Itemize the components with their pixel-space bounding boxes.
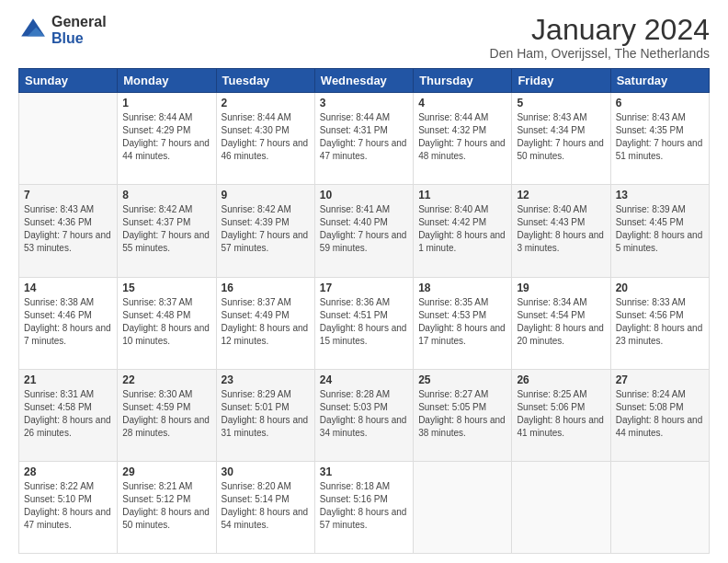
day-number: 27 [616, 373, 704, 386]
calendar-cell: 17Sunrise: 8:36 AMSunset: 4:51 PMDayligh… [314, 277, 413, 369]
logo: General Blue [18, 14, 107, 47]
calendar-week-3: 14Sunrise: 8:38 AMSunset: 4:46 PMDayligh… [19, 277, 710, 369]
calendar-week-5: 28Sunrise: 8:22 AMSunset: 5:10 PMDayligh… [19, 461, 710, 553]
day-number: 6 [616, 97, 704, 109]
calendar-cell [512, 461, 610, 553]
day-info: Sunrise: 8:30 AMSunset: 4:59 PMDaylight:… [122, 388, 210, 440]
day-number: 16 [222, 282, 310, 294]
calendar-cell: 25Sunrise: 8:27 AMSunset: 5:05 PMDayligh… [414, 369, 512, 461]
day-info: Sunrise: 8:39 AMSunset: 4:45 PMDaylight:… [616, 203, 704, 255]
day-number: 30 [222, 465, 310, 478]
calendar-cell: 11Sunrise: 8:40 AMSunset: 4:42 PMDayligh… [414, 185, 512, 277]
calendar-header-monday: Monday [118, 69, 216, 93]
calendar-table: SundayMondayTuesdayWednesdayThursdayFrid… [18, 68, 710, 554]
calendar-cell [610, 461, 709, 553]
day-info: Sunrise: 8:41 AMSunset: 4:40 PMDaylight:… [320, 203, 408, 255]
day-info: Sunrise: 8:44 AMSunset: 4:32 PMDaylight:… [418, 111, 506, 163]
calendar-cell: 13Sunrise: 8:39 AMSunset: 4:45 PMDayligh… [610, 185, 709, 277]
day-info: Sunrise: 8:40 AMSunset: 4:42 PMDaylight:… [418, 203, 506, 255]
day-number: 1 [122, 97, 210, 109]
calendar-cell: 2Sunrise: 8:44 AMSunset: 4:30 PMDaylight… [216, 93, 314, 185]
day-info: Sunrise: 8:42 AMSunset: 4:37 PMDaylight:… [122, 203, 210, 255]
calendar-header-thursday: Thursday [414, 69, 512, 93]
calendar-cell: 6Sunrise: 8:43 AMSunset: 4:35 PMDaylight… [610, 93, 709, 185]
day-number: 10 [320, 189, 408, 201]
day-info: Sunrise: 8:42 AMSunset: 4:39 PMDaylight:… [222, 203, 310, 255]
day-number: 4 [418, 97, 506, 109]
calendar-cell: 3Sunrise: 8:44 AMSunset: 4:31 PMDaylight… [314, 93, 413, 185]
day-info: Sunrise: 8:44 AMSunset: 4:30 PMDaylight:… [222, 111, 310, 163]
day-info: Sunrise: 8:37 AMSunset: 4:48 PMDaylight:… [122, 296, 210, 348]
calendar-week-1: 1Sunrise: 8:44 AMSunset: 4:29 PMDaylight… [19, 93, 710, 185]
calendar-header-wednesday: Wednesday [314, 69, 413, 93]
day-info: Sunrise: 8:40 AMSunset: 4:43 PMDaylight:… [517, 203, 605, 255]
day-number: 17 [320, 282, 408, 294]
day-number: 5 [517, 97, 605, 109]
day-number: 2 [222, 97, 310, 109]
day-info: Sunrise: 8:22 AMSunset: 5:10 PMDaylight:… [24, 480, 112, 532]
day-info: Sunrise: 8:36 AMSunset: 4:51 PMDaylight:… [320, 296, 408, 348]
day-number: 9 [222, 189, 310, 201]
calendar-cell [19, 93, 118, 185]
title-section: January 2024 Den Ham, Overijssel, The Ne… [490, 14, 710, 61]
day-info: Sunrise: 8:43 AMSunset: 4:34 PMDaylight:… [517, 111, 605, 163]
day-number: 19 [517, 282, 605, 294]
day-info: Sunrise: 8:43 AMSunset: 4:36 PMDaylight:… [24, 203, 112, 255]
day-number: 22 [122, 373, 210, 386]
calendar-cell: 4Sunrise: 8:44 AMSunset: 4:32 PMDaylight… [414, 93, 512, 185]
subtitle: Den Ham, Overijssel, The Netherlands [490, 46, 710, 61]
day-number: 29 [122, 465, 210, 478]
calendar-cell: 29Sunrise: 8:21 AMSunset: 5:12 PMDayligh… [118, 461, 216, 553]
calendar-cell: 26Sunrise: 8:25 AMSunset: 5:06 PMDayligh… [512, 369, 610, 461]
calendar-week-2: 7Sunrise: 8:43 AMSunset: 4:36 PMDaylight… [19, 185, 710, 277]
calendar-cell: 18Sunrise: 8:35 AMSunset: 4:53 PMDayligh… [414, 277, 512, 369]
calendar-header-row: SundayMondayTuesdayWednesdayThursdayFrid… [19, 69, 710, 93]
page: General Blue January 2024 Den Ham, Overi… [0, 0, 728, 563]
calendar-cell: 8Sunrise: 8:42 AMSunset: 4:37 PMDaylight… [118, 185, 216, 277]
calendar-cell: 16Sunrise: 8:37 AMSunset: 4:49 PMDayligh… [216, 277, 314, 369]
day-number: 20 [616, 282, 704, 294]
calendar-cell: 1Sunrise: 8:44 AMSunset: 4:29 PMDaylight… [118, 93, 216, 185]
day-number: 11 [418, 189, 506, 201]
day-info: Sunrise: 8:29 AMSunset: 5:01 PMDaylight:… [222, 388, 310, 440]
day-info: Sunrise: 8:31 AMSunset: 4:58 PMDaylight:… [24, 388, 112, 440]
calendar-cell: 23Sunrise: 8:29 AMSunset: 5:01 PMDayligh… [216, 369, 314, 461]
logo-icon [18, 16, 48, 45]
day-number: 23 [222, 373, 310, 386]
calendar-cell: 27Sunrise: 8:24 AMSunset: 5:08 PMDayligh… [610, 369, 709, 461]
day-info: Sunrise: 8:38 AMSunset: 4:46 PMDaylight:… [24, 296, 112, 348]
main-title: January 2024 [490, 14, 710, 46]
day-number: 21 [24, 373, 112, 386]
day-number: 15 [122, 282, 210, 294]
day-number: 8 [122, 189, 210, 201]
logo-line2: Blue [51, 30, 107, 47]
header: General Blue January 2024 Den Ham, Overi… [18, 14, 710, 61]
day-info: Sunrise: 8:43 AMSunset: 4:35 PMDaylight:… [616, 111, 704, 163]
calendar-cell: 24Sunrise: 8:28 AMSunset: 5:03 PMDayligh… [314, 369, 413, 461]
calendar-header-saturday: Saturday [610, 69, 709, 93]
calendar-cell: 30Sunrise: 8:20 AMSunset: 5:14 PMDayligh… [216, 461, 314, 553]
calendar-cell: 31Sunrise: 8:18 AMSunset: 5:16 PMDayligh… [314, 461, 413, 553]
day-info: Sunrise: 8:37 AMSunset: 4:49 PMDaylight:… [222, 296, 310, 348]
day-info: Sunrise: 8:34 AMSunset: 4:54 PMDaylight:… [517, 296, 605, 348]
calendar-cell: 14Sunrise: 8:38 AMSunset: 4:46 PMDayligh… [19, 277, 118, 369]
day-number: 12 [517, 189, 605, 201]
day-info: Sunrise: 8:21 AMSunset: 5:12 PMDaylight:… [122, 480, 210, 532]
calendar-cell: 19Sunrise: 8:34 AMSunset: 4:54 PMDayligh… [512, 277, 610, 369]
day-number: 7 [24, 189, 112, 201]
day-number: 18 [418, 282, 506, 294]
day-number: 25 [418, 373, 506, 386]
calendar-header-friday: Friday [512, 69, 610, 93]
day-info: Sunrise: 8:28 AMSunset: 5:03 PMDaylight:… [320, 388, 408, 440]
calendar-cell: 5Sunrise: 8:43 AMSunset: 4:34 PMDaylight… [512, 93, 610, 185]
day-number: 14 [24, 282, 112, 294]
calendar-header-tuesday: Tuesday [216, 69, 314, 93]
calendar-cell: 20Sunrise: 8:33 AMSunset: 4:56 PMDayligh… [610, 277, 709, 369]
day-number: 3 [320, 97, 408, 109]
day-info: Sunrise: 8:18 AMSunset: 5:16 PMDaylight:… [320, 480, 408, 532]
calendar-cell: 15Sunrise: 8:37 AMSunset: 4:48 PMDayligh… [118, 277, 216, 369]
day-number: 31 [320, 465, 408, 478]
calendar-cell: 21Sunrise: 8:31 AMSunset: 4:58 PMDayligh… [19, 369, 118, 461]
day-info: Sunrise: 8:20 AMSunset: 5:14 PMDaylight:… [222, 480, 310, 532]
day-info: Sunrise: 8:27 AMSunset: 5:05 PMDaylight:… [418, 388, 506, 440]
